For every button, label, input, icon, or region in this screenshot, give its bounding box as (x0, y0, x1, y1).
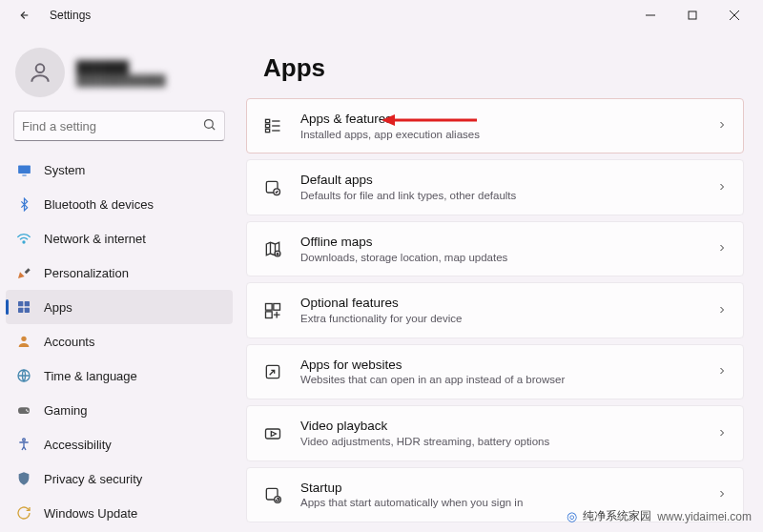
search-box[interactable] (13, 111, 225, 141)
time-language-icon (15, 367, 32, 384)
content: Apps Apps & features Installed apps, app… (238, 31, 763, 532)
chevron-right-icon (716, 486, 728, 503)
titlebar-left: Settings (8, 6, 91, 25)
sidebar-item-time-language[interactable]: Time & language (6, 358, 233, 393)
sidebar-item-windows-update[interactable]: Windows Update (6, 496, 233, 530)
default-apps-icon (262, 177, 283, 198)
svg-point-19 (27, 411, 29, 413)
card-video-playback[interactable]: Video playback Video adjustments, HDR st… (246, 405, 744, 460)
sidebar-item-bluetooth[interactable]: Bluetooth & devices (6, 187, 233, 221)
offline-maps-icon (262, 238, 283, 259)
svg-rect-21 (266, 120, 270, 123)
sidebar-item-system[interactable]: System (6, 153, 233, 187)
sidebar-item-accounts[interactable]: Accounts (6, 324, 233, 358)
avatar (15, 48, 65, 97)
sidebar-item-accessibility[interactable]: Accessibility (6, 427, 233, 461)
card-title: Video playback (300, 418, 699, 435)
card-title: Default apps (300, 172, 699, 189)
apps-features-icon (262, 115, 283, 136)
card-desc: Installed apps, app execution aliases (300, 128, 699, 142)
svg-line-7 (212, 127, 215, 130)
sidebar-item-privacy[interactable]: Privacy & security (6, 461, 233, 496)
gaming-icon (15, 401, 32, 419)
sidebar-item-gaming[interactable]: Gaming (6, 393, 233, 427)
search-input[interactable] (22, 119, 202, 133)
svg-rect-13 (18, 308, 23, 313)
chevron-right-icon (716, 240, 728, 257)
page-title: Apps (238, 31, 763, 98)
sidebar-item-label: Personalization (44, 266, 129, 280)
card-optional-features[interactable]: Optional features Extra functionality fo… (246, 282, 744, 338)
card-text: Offline maps Downloads, storage location… (300, 234, 699, 264)
card-text: Optional features Extra functionality fo… (300, 295, 699, 325)
card-apps-features[interactable]: Apps & features Installed apps, app exec… (246, 98, 744, 153)
card-apps-for-websites[interactable]: Apps for websites Websites that can open… (246, 344, 744, 399)
card-desc: Defaults for file and link types, other … (300, 189, 699, 203)
accessibility-icon (15, 436, 32, 453)
privacy-icon (15, 470, 32, 487)
cards-scroll[interactable]: Apps & features Installed apps, app exec… (238, 98, 763, 532)
personalization-icon (15, 264, 32, 281)
profile-email: ████████████ (76, 74, 166, 86)
sidebar-item-apps[interactable]: Apps (6, 290, 233, 324)
card-desc: Video adjustments, HDR streaming, batter… (300, 435, 699, 449)
card-default-apps[interactable]: Default apps Defaults for file and link … (246, 159, 744, 215)
chevron-right-icon (716, 302, 728, 319)
body: ██████ ████████████ System (0, 31, 763, 532)
svg-rect-34 (266, 429, 280, 439)
profile[interactable]: ██████ ████████████ (0, 44, 238, 111)
card-title: Offline maps (300, 234, 699, 251)
svg-marker-35 (271, 431, 276, 436)
svg-rect-14 (25, 308, 30, 313)
card-text: Apps for websites Websites that can open… (300, 357, 699, 387)
watermark: ◎ 纯净系统家园 www.yidaimei.com (567, 508, 752, 524)
card-text: Default apps Defaults for file and link … (300, 172, 699, 202)
search-icon (202, 117, 217, 135)
bluetooth-icon (15, 195, 32, 213)
settings-window: Settings ██████ ████████████ (0, 0, 763, 532)
svg-point-15 (21, 337, 26, 341)
svg-rect-8 (18, 165, 31, 174)
watermark-logo-icon: ◎ (567, 509, 577, 523)
minimize-button[interactable] (629, 1, 671, 30)
svg-rect-31 (274, 303, 280, 310)
svg-rect-11 (18, 301, 23, 306)
card-offline-maps[interactable]: Offline maps Downloads, storage location… (246, 221, 744, 276)
search-wrap (0, 111, 238, 151)
maximize-button[interactable] (671, 1, 713, 30)
back-button[interactable] (13, 6, 32, 25)
card-desc: Websites that can open in an app instead… (300, 373, 699, 387)
chevron-right-icon (716, 117, 728, 134)
sidebar-item-network[interactable]: Network & internet (6, 221, 233, 256)
profile-text: ██████ ████████████ (76, 60, 166, 86)
sidebar-item-label: Windows Update (44, 506, 137, 521)
sidebar-item-label: Bluetooth & devices (44, 197, 154, 212)
card-title: Apps for websites (300, 357, 699, 374)
sidebar-item-label: Network & internet (44, 232, 146, 246)
svg-point-5 (36, 64, 45, 72)
sidebar-item-personalization[interactable]: Personalization (6, 256, 233, 290)
card-title: Optional features (300, 295, 699, 312)
card-desc: Downloads, storage location, map updates (300, 251, 699, 265)
windows-update-icon (15, 504, 32, 522)
svg-rect-22 (266, 125, 270, 128)
chevron-right-icon (716, 179, 728, 196)
optional-features-icon (262, 300, 283, 321)
startup-icon (262, 484, 283, 505)
svg-rect-12 (25, 301, 30, 306)
chevron-right-icon (716, 363, 728, 380)
card-text: Video playback Video adjustments, HDR st… (300, 418, 699, 448)
sidebar-item-label: Gaming (44, 403, 88, 418)
svg-rect-2 (689, 11, 696, 19)
close-button[interactable] (713, 1, 755, 30)
card-title: Startup (300, 480, 699, 497)
nav: System Bluetooth & devices Network & int… (0, 151, 238, 532)
system-icon (15, 161, 32, 178)
svg-rect-32 (266, 312, 273, 318)
sidebar-item-label: Accounts (44, 335, 94, 349)
sidebar-item-label: Privacy & security (44, 472, 142, 486)
card-text: Startup Apps that start automatically wh… (300, 480, 699, 510)
video-playback-icon (262, 423, 283, 444)
svg-rect-30 (266, 303, 273, 310)
svg-rect-23 (266, 130, 270, 133)
